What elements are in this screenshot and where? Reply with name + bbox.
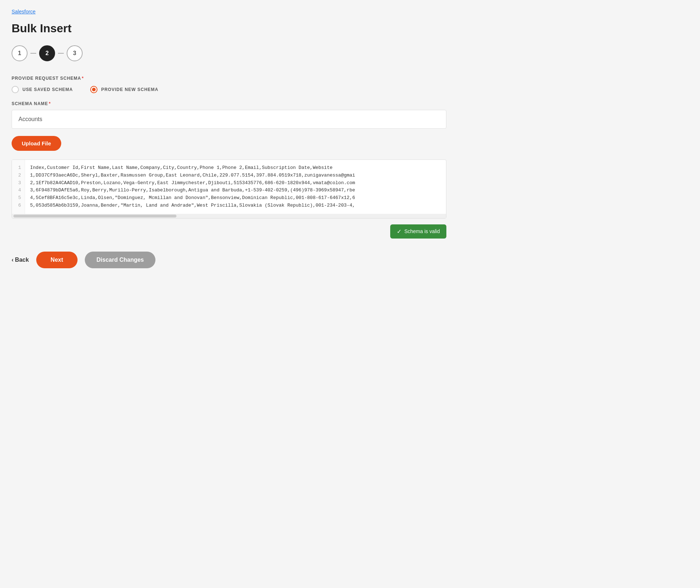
discard-changes-button[interactable]: Discard Changes [85,252,155,268]
scrollbar-thumb[interactable] [13,215,176,218]
schema-name-input-wrapper [12,110,446,129]
check-icon: ✓ [397,228,401,235]
stepper: 1 2 3 [12,45,446,61]
schema-valid-badge: ✓ Schema is valid [390,224,446,239]
line-num-2: 2 [18,172,21,179]
back-label: Back [15,257,29,263]
schema-section-label: PROVIDE REQUEST SCHEMA* [12,76,446,81]
line-num-3: 3 [18,179,21,187]
file-text-area: Index,Customer Id,First Name,Last Name,C… [25,160,446,214]
step-connector-1 [30,53,36,54]
file-content: 1 2 3 4 5 6 Index,Customer Id,First Name… [12,160,446,214]
use-saved-label: USE SAVED SCHEMA [22,87,73,92]
file-preview: 1 2 3 4 5 6 Index,Customer Id,First Name… [12,160,446,219]
step-1: 1 [12,45,28,61]
bottom-bar: ‹ Back Next Discard Changes [12,249,446,268]
back-button[interactable]: ‹ Back [12,257,29,263]
radio-group: USE SAVED SCHEMA PROVIDE NEW SCHEMA [12,86,446,93]
provide-new-schema-option[interactable]: PROVIDE NEW SCHEMA [90,86,158,93]
breadcrumb[interactable]: Salesforce [12,9,446,15]
line-num-1: 1 [18,164,21,172]
line-num-4: 4 [18,187,21,194]
file-content-text: Index,Customer Id,First Name,Last Name,C… [30,164,441,210]
use-saved-radio[interactable] [12,86,19,93]
schema-valid-text: Schema is valid [404,228,440,234]
step-2: 2 [39,45,55,61]
schema-name-label: SCHEMA NAME* [12,101,446,106]
back-arrow-icon: ‹ [12,257,13,263]
upload-file-button[interactable]: Upload File [12,136,61,151]
scrollbar-area[interactable] [12,214,446,218]
step-connector-2 [58,53,64,54]
schema-name-input[interactable] [18,116,439,123]
line-num-5: 5 [18,194,21,202]
line-numbers: 1 2 3 4 5 6 [12,160,25,214]
step-3: 3 [67,45,83,61]
provide-new-radio[interactable] [90,86,97,93]
provide-new-label: PROVIDE NEW SCHEMA [101,87,158,92]
next-button[interactable]: Next [36,252,78,268]
use-saved-schema-option[interactable]: USE SAVED SCHEMA [12,86,73,93]
page-title: Bulk Insert [12,22,446,35]
line-num-6: 6 [18,202,21,210]
